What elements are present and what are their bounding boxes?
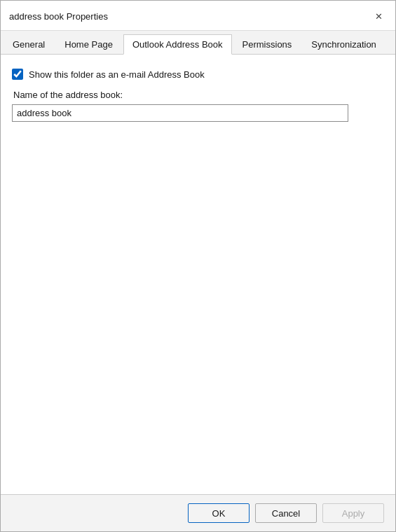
title-bar: address book Properties ✕ [1,1,395,31]
tab-synchronization[interactable]: Synchronization [302,34,385,55]
address-book-name-label: Name of the address book: [13,90,384,100]
tab-permissions[interactable]: Permissions [233,34,301,55]
show-as-address-book-checkbox[interactable] [12,69,23,80]
dialog-title: address book Properties [9,11,108,22]
tab-bar: General Home Page Outlook Address Book P… [1,31,395,55]
show-as-address-book-label: Show this folder as an e-mail Address Bo… [29,69,205,80]
cancel-button[interactable]: Cancel [255,503,317,523]
tab-content: Show this folder as an e-mail Address Bo… [1,55,395,494]
show-as-address-book-row: Show this folder as an e-mail Address Bo… [12,69,384,80]
close-icon: ✕ [375,11,383,22]
address-book-name-input[interactable] [12,104,348,122]
apply-button: Apply [322,503,384,523]
ok-button[interactable]: OK [188,503,250,523]
dialog: address book Properties ✕ General Home P… [0,0,396,532]
tab-general[interactable]: General [4,34,54,55]
footer: OK Cancel Apply [1,494,395,531]
close-button[interactable]: ✕ [370,8,387,24]
tab-outlook-address-book[interactable]: Outlook Address Book [123,34,232,55]
tab-homepage[interactable]: Home Page [55,34,122,55]
